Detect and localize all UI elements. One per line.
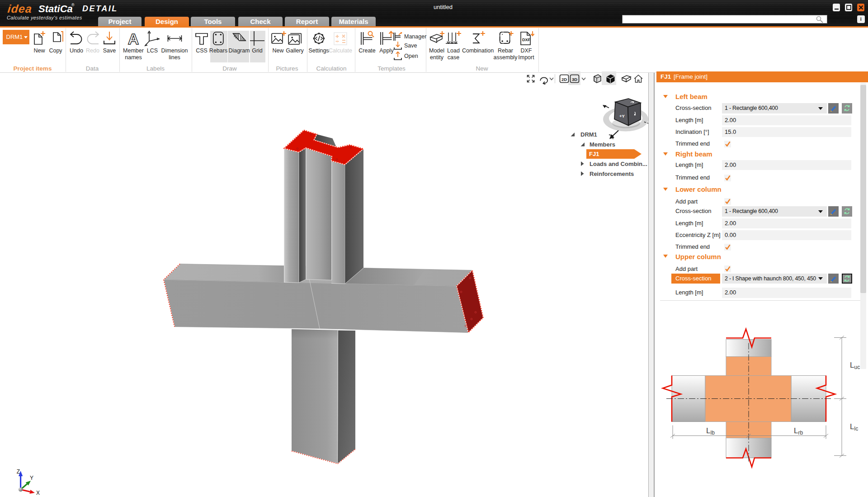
ribbon-item-label: Redo — [86, 47, 99, 54]
cross-section-edit-button[interactable] — [828, 274, 839, 284]
ribbon-dimension-lines[interactable]: Dimension lines — [161, 30, 188, 61]
cross-section-dropdown[interactable]: 1 - Rectangle 600,400 — [722, 206, 827, 217]
tab-check[interactable]: Check — [238, 17, 283, 26]
cross-section-dropdown[interactable]: 1 - Rectangle 600,400 — [722, 103, 827, 114]
ribbon-item-label: New — [272, 47, 283, 54]
group-separator — [192, 28, 192, 72]
ribbon-template-manager[interactable]: Manager — [392, 32, 426, 41]
section-view-button[interactable] — [620, 73, 632, 85]
ribbon-gallery[interactable]: Gallery — [286, 30, 304, 54]
tab-report[interactable]: Report — [285, 17, 329, 26]
ribbon-settings[interactable]: Settings — [308, 30, 329, 54]
cross-section-edit-button[interactable] — [828, 206, 839, 217]
ribbon-item-label: Create — [359, 47, 376, 54]
add-part-checkbox[interactable] — [724, 198, 731, 205]
length-field[interactable]: 2.00 — [722, 218, 851, 229]
ribbon-grid[interactable]: Grid — [249, 30, 266, 54]
ribbon-copy-project-item[interactable]: Copy — [47, 30, 64, 54]
template-save-icon — [393, 41, 402, 50]
zoom-fit-button[interactable] — [525, 73, 537, 85]
rotate-options-chevron[interactable] — [548, 73, 555, 85]
ribbon-calculate[interactable]: Calculate — [329, 30, 352, 54]
model-viewport[interactable]: +Y DRM1 Members FJ1 Loads and Combin... … — [0, 85, 648, 497]
combination-icon — [469, 30, 486, 47]
home-view-button[interactable] — [632, 73, 644, 85]
row-label-trimmed-end: Trimmed end — [675, 173, 710, 183]
tab-materials[interactable]: Materials — [331, 17, 376, 26]
cross-section-refresh-button-focused[interactable] — [842, 274, 852, 284]
svg-text:Llb: Llb — [706, 426, 715, 435]
inclination-field[interactable]: 15.0 — [722, 127, 851, 137]
info-button[interactable]: i — [857, 15, 865, 23]
property-panel: FJ1 [Frame joint] Left beam Cross-sectio… — [656, 71, 868, 497]
ribbon-picture-new[interactable]: New — [269, 30, 287, 54]
checkmark-icon — [724, 244, 731, 251]
redo-icon — [84, 30, 101, 47]
section-collapse-lower-column[interactable] — [663, 188, 668, 191]
tab-design[interactable]: Design — [145, 17, 189, 26]
ribbon-template-open[interactable]: Open — [393, 52, 418, 61]
ribbon-rebars[interactable]: Rebars — [209, 30, 227, 54]
tab-label: Tools — [204, 18, 222, 25]
navigation-cube[interactable]: +Y — [603, 99, 648, 139]
maximize-button[interactable] — [845, 4, 853, 11]
ribbon-template-create[interactable]: Create — [359, 30, 376, 54]
ribbon-template-save[interactable]: Save — [393, 41, 417, 50]
tree-item-fj1[interactable]: FJ1 — [589, 151, 599, 157]
mode-3d-button[interactable]: 3D — [569, 73, 580, 85]
row-label-cross-section: Cross-section — [675, 206, 711, 217]
tree-expander-drm1[interactable] — [571, 133, 575, 137]
view-options-chevron[interactable] — [580, 73, 587, 85]
cross-section-edit-button[interactable] — [828, 103, 839, 114]
ribbon-new-rebar-assembly[interactable]: Rebar assembly — [494, 30, 518, 61]
ribbon-member-names[interactable]: A Member names — [123, 30, 144, 61]
eccentricity-field[interactable]: 0.00 — [722, 230, 851, 241]
cross-section-dropdown[interactable]: 2 - I Shape with haunch 800, 450, 450 — [722, 274, 827, 284]
title-bar: idea StatiCa ® DETAIL Calculate yesterda… — [0, 0, 868, 26]
cross-section-refresh-button[interactable] — [842, 206, 852, 217]
length-field[interactable]: 2.00 — [722, 160, 851, 170]
tab-project[interactable]: Project — [98, 17, 142, 26]
length-field[interactable]: 2.00 — [722, 288, 851, 298]
cross-section-refresh-button[interactable] — [842, 103, 852, 114]
length-field[interactable]: 2.00 — [722, 115, 851, 126]
solid-view-button[interactable] — [604, 73, 616, 85]
add-part-checkbox[interactable] — [724, 265, 731, 272]
trimmed-end-checkbox[interactable] — [724, 141, 731, 147]
close-button[interactable] — [857, 4, 865, 11]
field-value: 2.00 — [725, 161, 736, 168]
tree-item-reinforcements[interactable]: Reinforcements — [590, 170, 634, 177]
ribbon-new-load-case[interactable]: Load case — [445, 30, 462, 61]
section-collapse-left-beam[interactable] — [663, 95, 668, 98]
tree-item-drm1[interactable]: DRM1 — [580, 131, 597, 137]
project-item-selector[interactable]: DRM1 — [3, 30, 30, 44]
ribbon-dxf-import[interactable]: DXF DXF Import — [518, 30, 535, 61]
tree-expander-members[interactable] — [581, 142, 585, 147]
ribbon-lcs[interactable]: LCS — [144, 30, 161, 54]
ribbon-css[interactable]: CSS — [193, 30, 210, 54]
tree-expander-reinforcements[interactable] — [581, 171, 584, 176]
tree-expander-loads[interactable] — [581, 161, 584, 166]
close-icon — [857, 4, 865, 11]
panel-scrollbar-thumb[interactable] — [860, 85, 866, 293]
ribbon-save[interactable]: Save — [101, 30, 118, 54]
section-collapse-upper-column[interactable] — [663, 255, 668, 258]
panel-splitter[interactable] — [649, 73, 654, 497]
section-collapse-right-beam[interactable] — [663, 152, 668, 156]
wireframe-view-button[interactable] — [590, 73, 602, 85]
ribbon-undo[interactable]: Undo — [68, 30, 85, 54]
ribbon-new-project-item[interactable]: New — [31, 30, 48, 54]
model-frame-joint[interactable] — [164, 130, 483, 464]
trimmed-end-checkbox[interactable] — [724, 175, 731, 181]
minimize-button[interactable] — [833, 4, 840, 11]
trimmed-end-checkbox[interactable] — [724, 244, 731, 251]
upper-column-right-flange-front — [331, 161, 345, 284]
tree-item-members[interactable]: Members — [590, 141, 615, 147]
ribbon-new-combination[interactable]: Combination — [462, 30, 494, 54]
tree-item-loads[interactable]: Loads and Combin... — [590, 160, 647, 167]
search-input[interactable] — [622, 15, 827, 24]
ribbon-new-model-entity[interactable]: Model entity — [428, 30, 445, 61]
ribbon-diagram[interactable]: Diagram — [228, 30, 250, 54]
ribbon-redo[interactable]: Redo — [84, 30, 101, 54]
tab-tools[interactable]: Tools — [191, 17, 235, 26]
